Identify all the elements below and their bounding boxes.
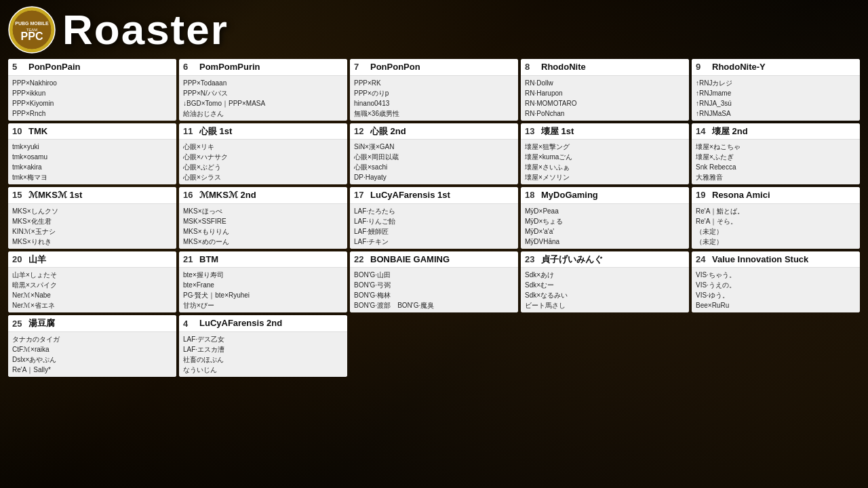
team-name: 心眼 2nd bbox=[370, 126, 406, 137]
team-members: PPP×RKPPP×のりphinano0413無職×36歳男性 bbox=[350, 76, 518, 121]
member-name: Re'A｜Sally* bbox=[12, 365, 172, 375]
team-number: 18 bbox=[525, 190, 537, 200]
team-header: 23貞子げいみんぐ bbox=[521, 251, 689, 268]
team-name: PonPonPon bbox=[370, 62, 420, 73]
team-number: 23 bbox=[525, 254, 537, 264]
team-header: 7PonPonPon bbox=[350, 59, 518, 76]
member-name: tmk×yuki bbox=[12, 142, 172, 152]
member-name: hinano0413 bbox=[354, 98, 514, 108]
team-card: 21BTMbte×握り寿司bte×FranePG·賢犬｜bte×Ryuhei甘坊… bbox=[179, 251, 347, 313]
team-number: 25 bbox=[12, 319, 24, 329]
team-card: 6PomPomPurinPPP×TodaaanPPP×N/パパス↓BGD×Tom… bbox=[179, 59, 347, 121]
team-members: BON'G·山田BON'G·弓弼BON'G·梅林BON'G·渡部 BON'G·魔… bbox=[350, 268, 518, 312]
team-name: 貞子げいみんぐ bbox=[541, 254, 603, 265]
team-number: 11 bbox=[183, 126, 195, 136]
team-header: 21BTM bbox=[179, 251, 347, 268]
team-number: 9 bbox=[696, 62, 708, 72]
team-card: 4LuCyAFarensis 2ndLAF·デス乙女LAF·エスカ漕社畜のほぷん… bbox=[179, 315, 347, 377]
team-members: MÿD×PeaaMÿD×ちょるMÿD×'a'a'MÿDVHāna bbox=[521, 204, 689, 249]
member-name: LAF·鰻師匠 bbox=[354, 226, 514, 237]
member-name: tmk×akira bbox=[12, 162, 172, 172]
team-name: 湯豆腐 bbox=[28, 318, 55, 329]
team-members: 壊屋×ねこちゃ壊屋×ふたぎSnk Rebecca大雅雅音 bbox=[692, 140, 860, 184]
member-name: MKS×もりりん bbox=[183, 226, 343, 237]
member-name: MÿDVHāna bbox=[525, 237, 685, 247]
member-name: BON'G·山田 bbox=[354, 270, 514, 280]
team-members: タナカのタイガCtFℳ×raikaDslx×あやぷんRe'A｜Sally* bbox=[8, 332, 176, 377]
member-name: 壊屋×kumaごん bbox=[525, 152, 685, 162]
member-name: tmk×osamu bbox=[12, 152, 172, 162]
member-name: BON'G·弓弼 bbox=[354, 280, 514, 290]
member-name: 壊屋×メソリン bbox=[525, 172, 685, 182]
member-name: ↑RNJカレジ bbox=[696, 78, 856, 88]
member-name: タナカのタイガ bbox=[12, 334, 172, 344]
team-card: 15ℳMKSℳ 1stMKS×しんクソMKS×化生君KINℳ×玉ナシMKS×りれ… bbox=[8, 187, 176, 249]
member-name: 壊屋×さいふぁ bbox=[525, 162, 685, 172]
member-name: bte×Frane bbox=[183, 280, 343, 290]
team-name: PomPomPurin bbox=[199, 62, 260, 73]
member-name: LAF·たろたら bbox=[354, 206, 514, 216]
member-name: VIS·ゆう。 bbox=[696, 290, 856, 300]
team-header: 24Value Innovation Stuck bbox=[692, 251, 860, 268]
team-members: MKS×ほっぺMSK×SSFIREMKS×もりりんMKS×めのーん bbox=[179, 204, 347, 249]
team-name: 心眼 1st bbox=[199, 126, 232, 137]
team-number: 16 bbox=[183, 190, 195, 200]
member-name: bte×握り寿司 bbox=[183, 270, 343, 280]
ppc-logo: PUBG MOBILE TEAM PPC bbox=[8, 6, 56, 54]
member-name: PPP×Todaaan bbox=[183, 78, 343, 88]
team-card: 19Resona AmiciRe'A｜鮨とば。Re'A｜そら。（未定）（未定） bbox=[692, 187, 860, 249]
member-name: PPP×Rnch bbox=[12, 108, 172, 119]
team-members: Re'A｜鮨とば。Re'A｜そら。（未定）（未定） bbox=[692, 204, 860, 249]
team-card: 16ℳMKSℳ 2ndMKS×ほっぺMSK×SSFIREMKS×もりりんMKS×… bbox=[179, 187, 347, 249]
member-name: 壊屋×ふたぎ bbox=[696, 152, 856, 162]
team-header: 9RhodoNite-Y bbox=[692, 59, 860, 76]
team-card: 17LuCyAFarensis 1stLAF·たろたらLAF·りんご飴LAF·鰻… bbox=[350, 187, 518, 249]
team-members: 壊屋×狙撃ング壊屋×kumaごん壊屋×さいふぁ壊屋×メソリン bbox=[521, 140, 689, 184]
team-number: 4 bbox=[183, 319, 195, 329]
member-name: 心眼×シラス bbox=[183, 172, 343, 182]
team-card: 25湯豆腐タナカのタイガCtFℳ×raikaDslx×あやぷんRe'A｜Sall… bbox=[8, 315, 176, 377]
member-name: 給油おじさん bbox=[183, 108, 343, 119]
member-name: MÿD×Peaa bbox=[525, 206, 685, 216]
member-name: Bee×RuRu bbox=[696, 300, 856, 310]
member-name: 壊屋×ねこちゃ bbox=[696, 142, 856, 152]
team-card: 8RhodoNiteRN·DollwRN·HaruponRN·MOMOTAROR… bbox=[521, 59, 689, 121]
member-name: Dslx×あやぷん bbox=[12, 354, 172, 365]
team-members: 山羊×しょたそ暗黒×スパイクNerℳ×NabeNerℳ×省エネ bbox=[8, 268, 176, 312]
team-number: 20 bbox=[12, 254, 24, 264]
team-members: VIS·ちゃう。VIS·うえの。VIS·ゆう。Bee×RuRu bbox=[692, 268, 860, 312]
member-name: 大雅雅音 bbox=[696, 172, 856, 182]
team-card: 12心眼 2ndSiN×漢×GAN心眼×岡田以蔵心眼×sachiDP·Hayat… bbox=[350, 123, 518, 185]
team-number: 21 bbox=[183, 254, 195, 264]
member-name: VIS·うえの。 bbox=[696, 280, 856, 290]
member-name: PPP×のりp bbox=[354, 88, 514, 98]
member-name: 心眼×sachi bbox=[354, 162, 514, 172]
member-name: 心眼×リキ bbox=[183, 142, 343, 152]
member-name: （未定） bbox=[696, 226, 856, 237]
team-number: 24 bbox=[696, 254, 708, 264]
team-name: RhodoNite-Y bbox=[712, 62, 766, 73]
team-number: 6 bbox=[183, 62, 195, 72]
team-card: 13壊屋 1st壊屋×狙撃ング壊屋×kumaごん壊屋×さいふぁ壊屋×メソリン bbox=[521, 123, 689, 185]
team-card: 9RhodoNite-Y↑RNJカレジ↑RNJmame↑RNJA_3sú↑RNJ… bbox=[692, 59, 860, 121]
team-header: 11心眼 1st bbox=[179, 123, 347, 140]
member-name: Re'A｜鮨とば。 bbox=[696, 206, 856, 216]
member-name: 心眼×岡田以蔵 bbox=[354, 152, 514, 162]
team-name: 壊屋 2nd bbox=[712, 126, 748, 137]
member-name: 壊屋×狙撃ング bbox=[525, 142, 685, 152]
team-header: 22BONBAIE GAMING bbox=[350, 251, 518, 268]
member-name: PG·賢犬｜bte×Ryuhei bbox=[183, 290, 343, 300]
team-number: 13 bbox=[525, 126, 537, 136]
team-header: 17LuCyAFarensis 1st bbox=[350, 187, 518, 204]
team-header: 10TMK bbox=[8, 123, 176, 140]
team-name: PonPonPain bbox=[28, 62, 81, 73]
member-name: LAF·デス乙女 bbox=[183, 334, 343, 344]
team-header: 4LuCyAFarensis 2nd bbox=[179, 315, 347, 332]
team-header: 19Resona Amici bbox=[692, 187, 860, 204]
member-name: なういじん bbox=[183, 365, 343, 375]
team-number: 15 bbox=[12, 190, 24, 200]
member-name: SiN×漢×GAN bbox=[354, 142, 514, 152]
team-header: 12心眼 2nd bbox=[350, 123, 518, 140]
member-name: KINℳ×玉ナシ bbox=[12, 226, 172, 237]
team-members: LAF·デス乙女LAF·エスカ漕社畜のほぷんなういじん bbox=[179, 332, 347, 377]
